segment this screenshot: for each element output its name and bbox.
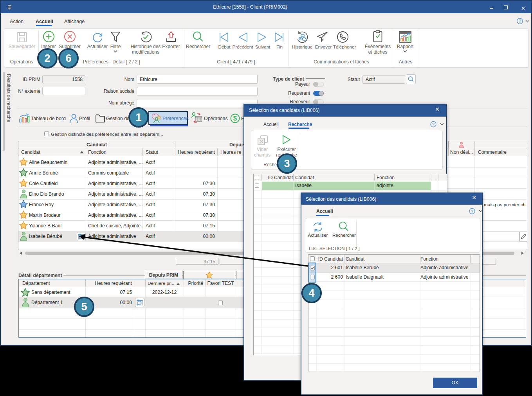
svg-text:?: ? [471, 209, 473, 214]
svg-text:$: $ [233, 115, 237, 122]
svg-text:?: ? [432, 122, 435, 127]
svg-text:?: ? [519, 19, 521, 23]
